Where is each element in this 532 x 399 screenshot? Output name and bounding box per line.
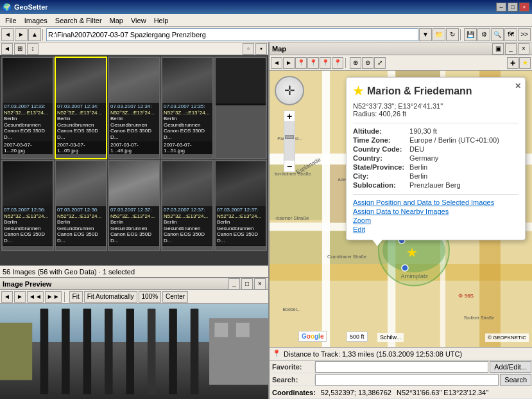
toolbar-sep-1 bbox=[42, 29, 45, 40]
thumb-sort-button[interactable]: ↕ bbox=[27, 43, 39, 55]
map-tb-star[interactable]: ★ bbox=[519, 57, 531, 69]
popup-tail bbox=[372, 240, 382, 246]
left-panel: ◄ ⊞ ↕ ▫ ▪ 07.03.2007 12:33: N52°32...:E1… bbox=[0, 42, 270, 399]
thumb-image-8 bbox=[162, 161, 212, 206]
svg-text:⑨ 96S: ⑨ 96S bbox=[458, 293, 473, 299]
thumbnail-item-8[interactable]: 07.03.2007 12:37: N52°3Z...:E13°24... Be… bbox=[161, 160, 214, 251]
menu-images[interactable]: Images bbox=[21, 16, 51, 25]
thumb-select-all-button[interactable]: ⊞ bbox=[14, 43, 26, 55]
menu-view[interactable]: View bbox=[127, 16, 150, 25]
search-input[interactable] bbox=[315, 374, 499, 386]
add-edit-button[interactable]: Add/Edit... bbox=[490, 361, 531, 373]
thumbnail-item-5[interactable]: 07.03.2007 12:36: N52°3Z...:E13°24... Be… bbox=[1, 160, 54, 251]
refresh-button[interactable]: ↻ bbox=[446, 28, 459, 41]
preview-prev-button[interactable]: ◄◄ bbox=[27, 291, 44, 303]
close-button[interactable]: × bbox=[519, 3, 529, 12]
map-zoom-slider[interactable] bbox=[284, 122, 295, 161]
thumb-filename-1: 2007-03-07-1...05.jpg bbox=[56, 141, 106, 154]
thumbnail-item-1[interactable]: 07.03.2007 12:34: N52°3Z...:E13°24... Be… bbox=[55, 57, 107, 159]
search-label: Search: bbox=[270, 376, 314, 384]
map-view-button[interactable]: 🗺 bbox=[504, 28, 517, 41]
filter-button[interactable]: 🔍 bbox=[491, 28, 504, 41]
thumb-filename-2: 2007-03-07-1...48.jpg bbox=[109, 141, 159, 154]
menu-search-filter[interactable]: Search & Filter bbox=[51, 16, 106, 25]
back-button[interactable]: ◄ bbox=[1, 28, 14, 41]
map-zoom-out-button[interactable]: − bbox=[284, 161, 295, 172]
thumbnail-item-6[interactable]: 07.03.2007 12:36: N52°3Z...:E13°24... Be… bbox=[55, 160, 107, 251]
thumbnail-item-2[interactable]: 07.03.2007 12:34: N52°3Z...:E13°24... Be… bbox=[108, 57, 160, 159]
preview-next-button[interactable]: ► bbox=[14, 291, 26, 303]
thumb-size-large-button[interactable]: ▪ bbox=[255, 43, 267, 55]
search-button[interactable]: Search bbox=[500, 374, 531, 386]
map-star-marker[interactable]: ★ bbox=[406, 245, 418, 260]
thumb-filename-8 bbox=[162, 245, 212, 246]
preview-zoom-button[interactable]: 100% bbox=[139, 291, 162, 303]
browse-button[interactable]: 📁 bbox=[433, 28, 445, 41]
menu-help[interactable]: Help bbox=[150, 16, 173, 25]
preview-center-button[interactable]: Center bbox=[162, 291, 188, 303]
popup-link-3[interactable]: Zoom bbox=[353, 217, 519, 224]
search-row: Search: Search bbox=[270, 373, 532, 386]
preview-last-button[interactable]: ►► bbox=[45, 291, 62, 303]
city-label: City: bbox=[353, 172, 404, 180]
thumb-image-0 bbox=[3, 58, 53, 103]
map-tb-plus[interactable]: + bbox=[507, 57, 519, 69]
favorite-input[interactable] bbox=[315, 361, 488, 373]
svg-text:Sodtner Straße: Sodtner Straße bbox=[464, 315, 495, 320]
thumb-info-5: 07.03.2007 12:36: N52°3Z...:E13°24... Be… bbox=[3, 206, 53, 245]
map-tb-btn-1[interactable]: ◄ bbox=[271, 57, 282, 69]
preview-fit-button[interactable]: Fit bbox=[69, 291, 83, 303]
right-panel: Map ▣ _ × ◄ ► 📍 📍 📍 📍 ⊕ ⊖ ⤢ + ★ bbox=[270, 42, 532, 399]
menu-map[interactable]: Map bbox=[106, 16, 127, 25]
preview-minimize-button[interactable]: _ bbox=[228, 278, 240, 290]
map-tb-pin-green[interactable]: 📍 bbox=[320, 57, 331, 69]
map-tb-btn-5[interactable]: ⤢ bbox=[374, 57, 386, 69]
country-label: Country: bbox=[353, 154, 404, 162]
up-button[interactable]: ▲ bbox=[28, 28, 41, 41]
thumb-size-small-button[interactable]: ▫ bbox=[243, 43, 254, 55]
thumbnail-item-0[interactable]: 07.03.2007 12:33: N52°32...:E13°24... Be… bbox=[1, 57, 54, 159]
thumbnail-item-9[interactable]: 07.03.2007 12:37: N52°3Z...:E13°24... Be… bbox=[214, 160, 267, 251]
path-dropdown-button[interactable]: ▼ bbox=[419, 28, 432, 41]
svg-rect-11 bbox=[0, 323, 32, 380]
thumb-prev-button[interactable]: ◄ bbox=[1, 43, 13, 55]
title-bar-controls: – □ × bbox=[496, 3, 529, 12]
popup-link-1[interactable]: Assign Position and Data to Selected Ima… bbox=[353, 199, 519, 206]
map-close-button[interactable]: × bbox=[518, 43, 529, 55]
forward-button[interactable]: ► bbox=[15, 28, 28, 41]
popup-close-button[interactable]: ✕ bbox=[515, 82, 521, 91]
map-options-button[interactable]: ▣ bbox=[492, 43, 504, 55]
map-zoom-in-button[interactable]: + bbox=[284, 111, 295, 122]
thumbnail-item-4[interactable] bbox=[214, 57, 267, 159]
map-tb-pin-yellow[interactable]: 📍 bbox=[332, 57, 343, 69]
preview-close-button[interactable]: × bbox=[254, 278, 266, 290]
altitude-label: Altitude: bbox=[353, 127, 404, 135]
path-input[interactable] bbox=[46, 28, 418, 41]
state-label: State/Province: bbox=[353, 163, 404, 171]
maximize-button[interactable]: □ bbox=[508, 3, 518, 12]
map-marker-3[interactable] bbox=[401, 264, 409, 272]
save-button[interactable]: 💾 bbox=[464, 28, 477, 41]
map-tb-pin-red[interactable]: 📍 bbox=[295, 57, 307, 69]
map-tb-btn-2[interactable]: ► bbox=[283, 57, 295, 69]
preview-expand-button[interactable]: □ bbox=[241, 278, 253, 290]
map-tb-pin-blue[interactable]: 📍 bbox=[307, 57, 319, 69]
minimize-button[interactable]: – bbox=[496, 3, 506, 12]
preview-back-button[interactable]: ◄ bbox=[1, 291, 13, 303]
coordinates-row: Coordinates: 52,532397; 13,386762 N52°31… bbox=[270, 386, 532, 399]
map-minimize-button[interactable]: _ bbox=[505, 43, 517, 55]
popup-link-2[interactable]: Assign Data to Nearby Images bbox=[353, 208, 519, 215]
thumbnail-item-3[interactable]: 07.03.2007 12:35: N52°3Z...:;E13°24... B… bbox=[161, 57, 214, 159]
popup-divider-1 bbox=[353, 123, 519, 123]
menu-file[interactable]: File bbox=[1, 16, 21, 25]
map-compass[interactable]: ✛ bbox=[275, 76, 304, 105]
settings-button[interactable]: ⚙ bbox=[477, 28, 490, 41]
preview-fit-auto-button[interactable]: Fit Automatically bbox=[84, 291, 137, 303]
map-tb-btn-4[interactable]: ⊖ bbox=[362, 57, 373, 69]
popup-link-4[interactable]: Edit bbox=[353, 226, 519, 233]
thumbnail-item-7[interactable]: 07.03.2007 12:37: N52°3Z...:E13°24... Be… bbox=[108, 160, 160, 251]
map-tb-btn-3[interactable]: ⊕ bbox=[350, 57, 361, 69]
more-button[interactable]: >> bbox=[518, 28, 531, 41]
svg-rect-4 bbox=[83, 308, 92, 394]
map-area[interactable]: Esplanade -bsener Straße Czarnikauer Str… bbox=[270, 71, 532, 347]
